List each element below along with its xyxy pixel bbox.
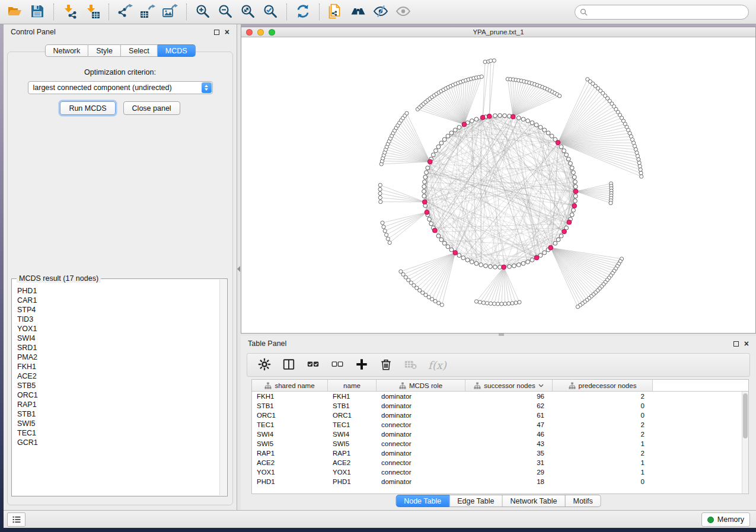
table-row[interactable]: SWI4SWI4dominator462 [252,430,748,439]
optimization-select[interactable]: largest connected component (undirected) [28,81,213,94]
add-button[interactable] [355,358,368,373]
float-window-icon[interactable] [733,341,739,347]
refresh-button[interactable] [292,2,314,22]
column-header-predecessor-nodes[interactable]: predecessor nodes [553,380,653,392]
close-icon[interactable]: × [744,341,749,347]
column-header-MCDS-role[interactable]: MCDS role [377,380,465,392]
list-item[interactable]: TEC1 [17,428,219,438]
save-button[interactable] [26,2,49,22]
list-scrollbar[interactable] [219,280,227,495]
list-item[interactable]: STB1 [17,409,219,419]
run-mcds-button[interactable]: Run MCDS [60,101,115,115]
cell-successor-nodes: 62 [465,402,553,409]
list-item[interactable]: ACE2 [17,371,219,381]
close-window-icon[interactable] [246,29,253,36]
minimize-window-icon[interactable] [257,29,264,36]
tab-network-table[interactable]: Network Table [503,495,566,507]
settings-gear-icon [258,358,271,373]
table-row[interactable]: RAP1RAP1dominator352 [252,448,748,458]
show-all-icon [395,4,411,21]
table-row[interactable]: TEC1TEC1connector472 [252,420,748,430]
search-network-button[interactable] [347,2,369,22]
list-item[interactable]: ORC1 [17,390,219,400]
cell-shared-name: RAP1 [252,450,328,457]
list-item[interactable]: PMA2 [17,352,219,362]
cell-MCDS-role: dominator [377,431,465,438]
list-item[interactable]: CAR1 [17,296,219,305]
tab-select[interactable]: Select [121,44,158,57]
list-item[interactable]: FKH1 [17,362,219,371]
list-item[interactable]: STB5 [17,381,219,390]
tab-edge-table[interactable]: Edge Table [449,495,502,507]
tab-mcds[interactable]: MCDS [158,44,196,57]
list-item[interactable]: TID3 [17,315,219,324]
search-icon [580,8,588,17]
settings-gear-button[interactable] [258,358,271,373]
column-label: MCDS role [409,382,442,389]
list-item[interactable]: SWI4 [17,334,219,343]
column-header-successor-nodes[interactable]: successor nodes [465,380,553,392]
cell-shared-name: ACE2 [252,459,328,466]
list-item[interactable]: RAP1 [17,400,219,409]
clone-network-button[interactable] [324,2,347,22]
cell-successor-nodes: 29 [465,469,553,476]
network-canvas[interactable] [241,37,755,333]
tab-network[interactable]: Network [44,44,88,57]
delete-button[interactable] [379,358,393,373]
table-row[interactable]: STB1STB1dominator620 [252,401,748,411]
maximize-window-icon[interactable] [269,29,275,36]
select-all-button[interactable] [307,358,320,373]
network-window-title: YPA_prune.txt_1 [473,28,524,36]
column-header-name[interactable]: name [328,380,377,392]
table-row[interactable]: YOX1YOX1connector291 [252,467,748,477]
show-all-button[interactable] [392,2,414,22]
zoom-in-button[interactable] [192,2,214,22]
table-scrollbar[interactable] [742,392,748,493]
list-item[interactable]: GCR1 [17,438,219,447]
cell-name: RAP1 [328,450,377,457]
list-item[interactable]: STP4 [17,305,219,315]
zoom-fit-button[interactable] [237,2,259,22]
collapse-left-icon[interactable] [237,266,240,272]
table-row[interactable]: SWI5SWI5connector431 [252,439,748,448]
cell-successor-nodes: 46 [465,431,553,438]
import-table-button[interactable] [81,2,104,22]
import-network-button[interactable] [59,2,81,22]
open-folder-button[interactable] [4,2,26,22]
memory-button[interactable]: Memory [701,512,750,527]
tab-style[interactable]: Style [88,44,121,57]
table-row[interactable]: FKH1FKH1dominator962 [252,392,748,401]
table-row[interactable]: PHD1PHD1dominator180 [252,477,748,486]
zoom-out-button[interactable] [214,2,237,22]
column-header-shared-name[interactable]: shared name [252,380,328,392]
close-icon[interactable]: × [225,29,229,35]
hide-selected-button[interactable] [369,2,392,22]
cell-name: SWI4 [328,431,377,438]
close-panel-button[interactable]: Close panel [123,101,180,115]
tab-node-table[interactable]: Node Table [395,495,449,507]
export-network-button[interactable] [114,2,136,22]
zoom-out-icon [218,4,233,21]
deselect-all-icon [331,358,344,373]
scrollbar-thumb[interactable] [743,393,748,438]
toggle-columns-button[interactable] [282,358,295,373]
list-item[interactable]: SRD1 [17,343,219,352]
table-row[interactable]: ORC1ORC1dominator610 [252,411,748,420]
export-image-button[interactable] [159,2,181,22]
zoom-selected-button[interactable] [259,2,282,22]
list-item[interactable]: YOX1 [17,324,219,334]
table-row[interactable]: ACE2ACE2connector311 [252,458,748,467]
chevron-up-down-icon [202,82,212,93]
list-item[interactable]: PHD1 [17,286,219,296]
list-item[interactable]: SWI5 [17,419,219,428]
list-icon [11,514,22,525]
cell-shared-name: ORC1 [252,412,328,419]
float-window-icon[interactable] [214,30,219,35]
panel-list-button[interactable] [7,512,25,527]
search-input[interactable] [591,8,744,17]
deselect-all-button[interactable] [331,358,344,373]
export-table-button[interactable] [136,2,159,22]
tab-motifs[interactable]: Motifs [565,495,601,507]
cell-predecessor-nodes: 2 [553,421,653,428]
cell-MCDS-role: connector [377,421,465,428]
